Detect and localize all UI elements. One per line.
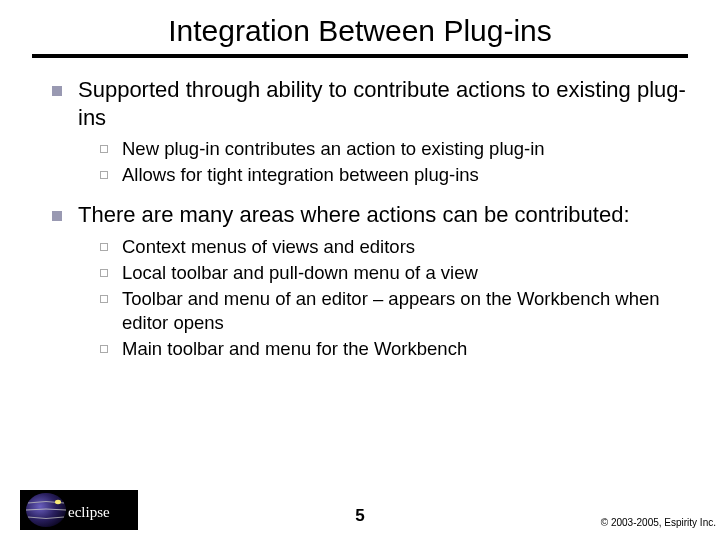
hollow-square-bullet-icon [100,295,108,303]
hollow-square-bullet-icon [100,171,108,179]
bullet-text: Local toolbar and pull-down menu of a vi… [122,261,478,285]
bullet-text: Main toolbar and menu for the Workbench [122,337,467,361]
bullet-text: Allows for tight integration between plu… [122,163,479,187]
bullet-level2: Context menus of views and editors [100,235,690,259]
bullet-text: Supported through ability to contribute … [78,76,690,131]
bullet-level2: Local toolbar and pull-down menu of a vi… [100,261,690,285]
hollow-square-bullet-icon [100,269,108,277]
bullet-text: Toolbar and menu of an editor – appears … [122,287,690,335]
bullet-level2: New plug-in contributes an action to exi… [100,137,690,161]
bullet-level1: There are many areas where actions can b… [52,201,690,229]
bullet-text: There are many areas where actions can b… [78,201,630,229]
bullet-text: Context menus of views and editors [122,235,415,259]
hollow-square-bullet-icon [100,145,108,153]
svg-point-2 [55,500,61,504]
copyright-text: © 2003-2005, Espirity Inc. [601,517,716,528]
slide-content: Supported through ability to contribute … [0,58,720,361]
bullet-level2: Allows for tight integration between plu… [100,163,690,187]
slide: Integration Between Plug-ins Supported t… [0,0,720,540]
square-bullet-icon [52,211,62,221]
sublist: Context menus of views and editors Local… [52,235,690,361]
hollow-square-bullet-icon [100,243,108,251]
sublist: New plug-in contributes an action to exi… [52,137,690,187]
slide-footer: eclipse 5 © 2003-2005, Espirity Inc. [0,490,720,532]
bullet-level2: Toolbar and menu of an editor – appears … [100,287,690,335]
hollow-square-bullet-icon [100,345,108,353]
bullet-level2: Main toolbar and menu for the Workbench [100,337,690,361]
bullet-text: New plug-in contributes an action to exi… [122,137,545,161]
bullet-level1: Supported through ability to contribute … [52,76,690,131]
slide-title: Integration Between Plug-ins [0,0,720,54]
square-bullet-icon [52,86,62,96]
